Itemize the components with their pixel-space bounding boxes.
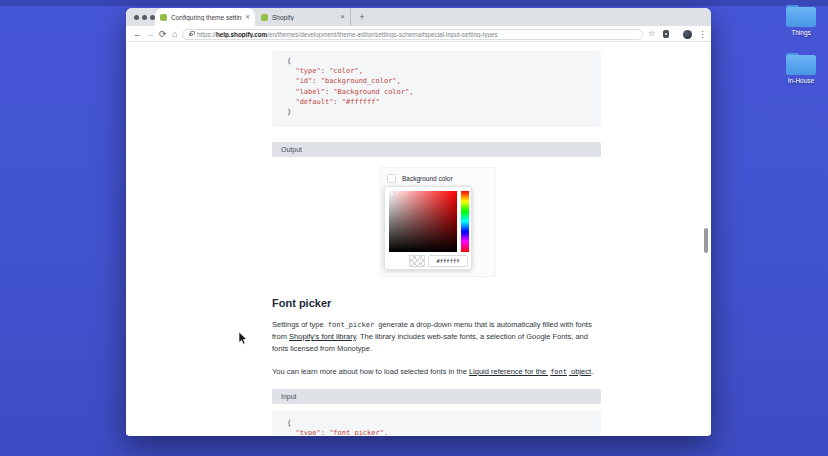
reload-icon[interactable]: ⟳ bbox=[159, 29, 167, 39]
page-content: { "type": "color", "id": "background_col… bbox=[126, 42, 711, 435]
scrollbar-thumb[interactable] bbox=[704, 228, 708, 253]
inline-code: font bbox=[548, 368, 569, 376]
window-minimize-button[interactable] bbox=[142, 15, 147, 20]
picker-label: Background color bbox=[402, 175, 453, 182]
desktop-folder-in-house[interactable]: In-House bbox=[779, 53, 823, 84]
menu-dots-icon[interactable]: ⋮ bbox=[698, 29, 707, 39]
folder-label: In-House bbox=[779, 77, 823, 84]
output-section-header: Output bbox=[272, 142, 601, 157]
liquid-reference-link[interactable]: Liquid reference for the font object bbox=[469, 367, 591, 376]
profile-avatar[interactable] bbox=[683, 30, 692, 39]
desktop: { "colors": { "desktop_blue": "#4253cf",… bbox=[0, 0, 828, 456]
forward-icon[interactable]: → bbox=[146, 29, 155, 39]
window-close-button[interactable] bbox=[134, 15, 139, 20]
link-text: Liquid reference for the bbox=[469, 367, 548, 376]
folder-label: Things bbox=[779, 29, 823, 36]
transparency-swatch[interactable] bbox=[409, 255, 425, 267]
tab-title: Shopify bbox=[272, 14, 337, 21]
color-swatch[interactable] bbox=[387, 174, 396, 183]
url-path: /en/themes/development/theme-editor/sett… bbox=[267, 31, 497, 38]
text: You can learn more about how to load sel… bbox=[272, 367, 469, 376]
inline-code: font_picker bbox=[326, 321, 376, 329]
saturation-selector[interactable] bbox=[390, 192, 394, 196]
browser-toolbar: ← → ⟳ ⌂ https://help.shopify.com/en/them… bbox=[126, 26, 711, 42]
tab-close-icon[interactable]: × bbox=[245, 13, 250, 21]
url-domain: help.shopify.com bbox=[216, 31, 267, 38]
picker-label-row: Background color bbox=[387, 174, 453, 183]
tab-configuring-theme-settings[interactable]: Configuring theme settings · S × bbox=[155, 8, 255, 26]
color-picker-figure: Background color #ffffff bbox=[380, 167, 496, 277]
code-line: "type": "font_picker", bbox=[272, 428, 601, 435]
code-line: "type": "color", bbox=[272, 66, 601, 76]
shopify-favicon-icon bbox=[261, 14, 268, 21]
bookmark-star-icon[interactable]: ☆ bbox=[648, 29, 655, 39]
address-bar[interactable]: https://help.shopify.com/en/themes/devel… bbox=[182, 29, 643, 40]
hex-value-input[interactable]: #ffffff bbox=[428, 255, 468, 267]
code-line: "label": "Background color", bbox=[272, 87, 601, 97]
hue-slider[interactable] bbox=[461, 191, 469, 252]
input-section-header: Input bbox=[272, 389, 601, 404]
liquid-reference-paragraph: You can learn more about how to load sel… bbox=[272, 366, 604, 378]
back-icon[interactable]: ← bbox=[133, 29, 142, 39]
folder-icon bbox=[786, 53, 816, 75]
saturation-gradient[interactable] bbox=[389, 191, 457, 252]
url-text: https://help.shopify.com/en/themes/devel… bbox=[197, 31, 498, 38]
color-picker-popover: #ffffff bbox=[384, 186, 472, 270]
font-picker-paragraph: Settings of type font_picker generate a … bbox=[272, 319, 604, 355]
code-line: } bbox=[272, 107, 601, 117]
tab-strip: Configuring theme settings · S × Shopify… bbox=[126, 8, 711, 26]
font-picker-heading: Font picker bbox=[272, 297, 331, 309]
menubar-shade bbox=[0, 0, 828, 6]
tab-close-icon[interactable]: × bbox=[340, 13, 345, 21]
home-icon[interactable]: ⌂ bbox=[172, 29, 177, 39]
code-line: "default": "#ffffff" bbox=[272, 97, 601, 107]
code-line: { bbox=[272, 56, 601, 66]
tab-shopify[interactable]: Shopify × bbox=[256, 8, 351, 26]
tab-title: Configuring theme settings · S bbox=[171, 14, 242, 21]
folder-icon bbox=[786, 5, 816, 27]
picker-bottom-row: #ffffff bbox=[409, 255, 468, 267]
url-scheme: https:// bbox=[197, 31, 216, 38]
mouse-cursor bbox=[239, 332, 248, 345]
code-line: "id": "background_color", bbox=[272, 76, 601, 86]
secure-lock-icon bbox=[189, 33, 193, 37]
shopify-favicon-icon bbox=[160, 14, 167, 21]
shopify-font-library-link[interactable]: Shopify's font library bbox=[289, 332, 356, 341]
folder-body bbox=[786, 7, 816, 27]
text: . bbox=[591, 367, 593, 376]
new-tab-button[interactable]: + bbox=[356, 11, 368, 23]
text: Settings of type bbox=[272, 320, 326, 329]
link-text: object bbox=[569, 367, 591, 376]
code-block-font-picker-setting: { "type": "font_picker", bbox=[272, 410, 601, 435]
code-block-color-setting: { "type": "color", "id": "background_col… bbox=[272, 51, 601, 127]
folder-body bbox=[786, 55, 816, 75]
code-line: { bbox=[272, 418, 601, 428]
desktop-folder-things[interactable]: Things bbox=[779, 5, 823, 36]
browser-window: Configuring theme settings · S × Shopify… bbox=[126, 8, 711, 436]
extension-icon[interactable] bbox=[663, 30, 669, 38]
